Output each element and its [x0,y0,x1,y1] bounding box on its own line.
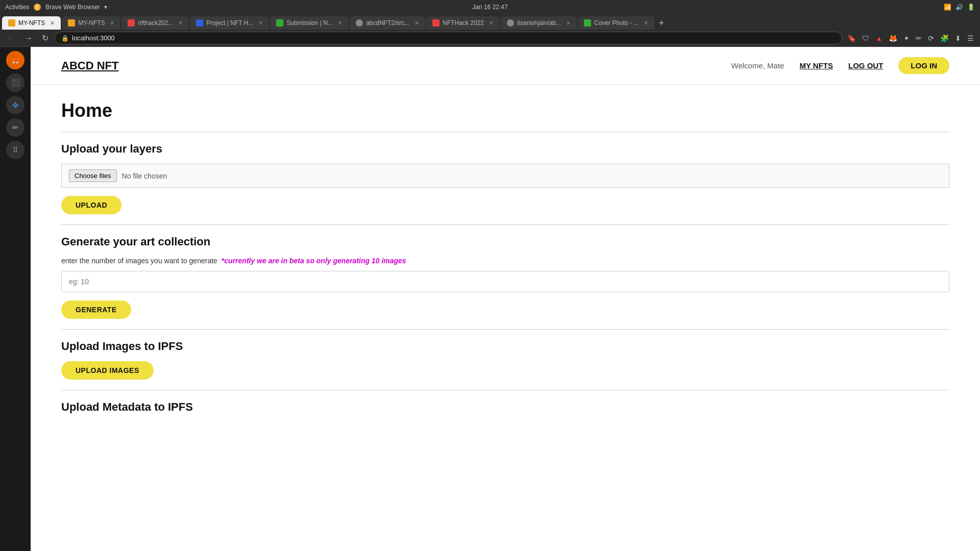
tab-close-btn[interactable]: ✕ [644,20,648,27]
sidebar-edit-icon[interactable]: ✏ [6,118,24,137]
os-bar: Activities B Brave Web Browser ▾ Jan 16 … [0,0,980,14]
downloads-icon[interactable]: ⬇ [953,33,963,43]
sidebar-terminal-icon[interactable]: ⬛ [6,73,24,92]
upload-metadata-title: Upload Metadata to IPFS [61,400,949,414]
tab-close-btn[interactable]: ✕ [566,20,571,27]
page-title: Home [61,100,949,121]
logout-nav-link[interactable]: LOG OUT [848,61,883,70]
nav-bar: ← → ↻ 🔒 localhost:3000 🔖 🛡 ▲ 🦊 ✦ ✏ ⟳ 🧩 ⬇… [0,30,980,46]
tab-close-btn[interactable]: ✕ [50,20,55,27]
os-activities-label: Activities [5,4,29,11]
tab-project[interactable]: Project | NFT H... ✕ [190,16,269,30]
tab-icon [128,19,135,27]
extension-star-icon[interactable]: ✦ [901,33,912,43]
extension-fox-icon[interactable]: 🦊 [887,33,899,43]
tab-github-itsanish[interactable]: itsanishjain/ab... ✕ [501,16,577,30]
triangle-icon[interactable]: ▲ [873,33,885,43]
page-body: Home Upload your layers Choose files No … [31,85,980,437]
browser-name-label: Brave Web Browser [45,4,100,11]
beta-notice-text: *currently we are in beta so only genera… [222,257,406,265]
tab-nfthack-2022[interactable]: NFTHack 2022 ✕ [426,16,500,30]
section-divider-2 [61,224,949,225]
upload-images-button[interactable]: UPLOAD IMAGES [61,361,154,380]
tab-label: Project | NFT H... [206,19,253,27]
menu-icon[interactable]: ☰ [965,33,976,43]
sidebar: 🦊 ⬛ ❖ ✏ ⠿ [0,47,31,551]
tab-label: NFTHack 2022 [443,19,484,27]
generate-title: Generate your art collection [61,235,949,248]
tab-close-btn[interactable]: ✕ [110,20,114,27]
tab-label: itsanishjain/ab... [517,19,561,27]
tab-close-btn[interactable]: ✕ [489,20,494,27]
tab-icon [584,19,591,27]
svg-text:🦊: 🦊 [12,57,19,64]
app-layout: 🦊 ⬛ ❖ ✏ ⠿ ABCD NFT Welcome, Mate MY NFTS… [0,47,980,551]
webpage: ABCD NFT Welcome, Mate MY NFTS LOG OUT L… [31,47,980,551]
generate-description: enter the number of images you want to g… [61,257,949,265]
dropdown-icon: ▾ [104,4,107,11]
browser-chrome: MY-NFTS ✕ MY-NFTS ✕ nfthack202... ✕ Proj… [0,14,980,47]
tab-submission[interactable]: Submission | N... ✕ [270,16,348,30]
tab-github-abcd[interactable]: abcdNFT2/src... ✕ [350,16,425,30]
os-system-icons: 📶 🔊 🔋 [944,4,975,11]
tab-icon [432,19,439,27]
sidebar-firefox-icon[interactable]: 🦊 [6,51,24,69]
tab-my-nfts-2[interactable]: MY-NFTS ✕ [62,16,120,30]
address-bar[interactable]: 🔒 localhost:3000 [55,32,842,44]
tab-my-nfts-active[interactable]: MY-NFTS ✕ [2,16,61,30]
volume-icon: 🔊 [955,4,963,11]
back-button[interactable]: ← [4,33,18,44]
tab-nfthack[interactable]: nfthack202... ✕ [121,16,189,30]
tab-label: Cover Photo - ... [594,19,639,27]
tab-icon [507,19,514,27]
lock-icon: 🔒 [61,35,69,42]
nav-icons: 🔖 🛡 ▲ 🦊 ✦ ✏ ⟳ 🧩 ⬇ ☰ [845,33,976,43]
section-divider-4 [61,390,949,390]
battery-icon: 🔋 [967,4,975,11]
new-tab-button[interactable]: + [655,18,667,29]
extensions-icon[interactable]: 🧩 [938,33,951,43]
tab-bar: MY-NFTS ✕ MY-NFTS ✕ nfthack202... ✕ Proj… [0,14,980,30]
tab-close-btn[interactable]: ✕ [258,20,263,27]
upload-button[interactable]: UPLOAD [61,196,121,214]
generate-count-input[interactable] [61,271,949,292]
tab-label: Submission | N... [286,19,332,27]
bookmark-icon[interactable]: 🔖 [845,33,858,43]
pen-icon[interactable]: ✏ [914,33,924,43]
wifi-icon: 📶 [944,4,951,11]
os-datetime: Jan 16 22:47 [472,4,507,11]
sidebar-apps-icon[interactable]: ⠿ [6,141,24,159]
choose-files-button[interactable]: Choose files [69,169,117,182]
my-nfts-nav-link[interactable]: MY NFTS [799,61,833,70]
sidebar-vscode-icon[interactable]: ❖ [6,96,24,114]
tab-label: abcdNFT2/src... [366,19,409,27]
tab-icon [8,19,15,27]
tab-icon [356,19,363,27]
refresh-ext-icon[interactable]: ⟳ [926,33,936,43]
tab-close-btn[interactable]: ✕ [178,20,183,27]
url-text: localhost:3000 [72,34,115,42]
section-divider-1 [61,132,949,132]
tab-label: nfthack202... [138,19,173,27]
reload-button[interactable]: ↻ [39,32,52,44]
no-file-chosen-text: No file chosen [122,172,167,180]
shield-icon[interactable]: 🛡 [860,33,871,43]
tab-label: MY-NFTS [18,19,45,27]
welcome-text: Welcome, Mate [731,61,785,70]
section-divider-3 [61,329,949,330]
upload-ipfs-title: Upload Images to IPFS [61,340,949,353]
tab-icon [276,19,283,27]
login-button[interactable]: LOG IN [898,57,949,74]
generate-button[interactable]: GENERATE [61,300,131,319]
tab-close-btn[interactable]: ✕ [338,20,342,27]
tab-cover-photo[interactable]: Cover Photo - ... ✕ [578,16,654,30]
forward-button[interactable]: → [21,33,36,44]
site-logo[interactable]: ABCD NFT [61,59,118,72]
tab-icon [196,19,203,27]
main-content: ABCD NFT Welcome, Mate MY NFTS LOG OUT L… [31,47,980,551]
generate-desc-text: enter the number of images you want to g… [61,257,217,265]
tab-icon [68,19,75,27]
tab-close-btn[interactable]: ✕ [414,20,419,27]
site-header: ABCD NFT Welcome, Mate MY NFTS LOG OUT L… [31,47,980,85]
tab-label: MY-NFTS [78,19,105,27]
